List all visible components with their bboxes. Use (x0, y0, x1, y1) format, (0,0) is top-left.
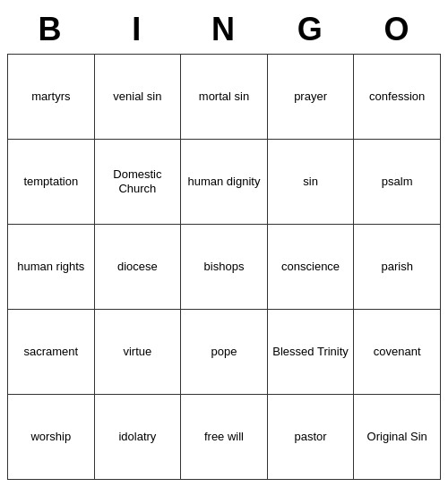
letter-n: N (181, 11, 268, 48)
bingo-title: B I N G O (7, 7, 441, 54)
bingo-cell: sacrament (8, 310, 95, 395)
bingo-cell: mortal sin (181, 55, 268, 140)
bingo-cell: conscience (267, 225, 354, 310)
bingo-cell: covenant (354, 310, 441, 395)
letter-i: I (94, 11, 181, 48)
bingo-cell: virtue (94, 310, 181, 395)
bingo-cell: sin (267, 140, 354, 225)
letter-o: O (354, 11, 441, 48)
bingo-cell: Blessed Trinity (267, 310, 354, 395)
bingo-cell: pastor (267, 395, 354, 480)
bingo-cell: worship (8, 395, 95, 480)
bingo-cell: confession (354, 55, 441, 140)
bingo-cell: temptation (8, 140, 95, 225)
bingo-cell: Domestic Church (94, 140, 181, 225)
letter-g: G (267, 11, 354, 48)
bingo-cell: human rights (8, 225, 95, 310)
bingo-cell: bishops (181, 225, 268, 310)
bingo-cell: diocese (94, 225, 181, 310)
bingo-cell: free will (181, 395, 268, 480)
bingo-cell: parish (354, 225, 441, 310)
bingo-cell: martyrs (8, 55, 95, 140)
bingo-cell: psalm (354, 140, 441, 225)
bingo-cell: pope (181, 310, 268, 395)
bingo-cell: prayer (267, 55, 354, 140)
bingo-cell: Original Sin (354, 395, 441, 480)
bingo-cell: human dignity (181, 140, 268, 225)
letter-b: B (7, 11, 94, 48)
bingo-cell: idolatry (94, 395, 181, 480)
bingo-grid: martyrsvenial sinmortal sinprayerconfess… (7, 54, 441, 480)
bingo-cell: venial sin (94, 55, 181, 140)
